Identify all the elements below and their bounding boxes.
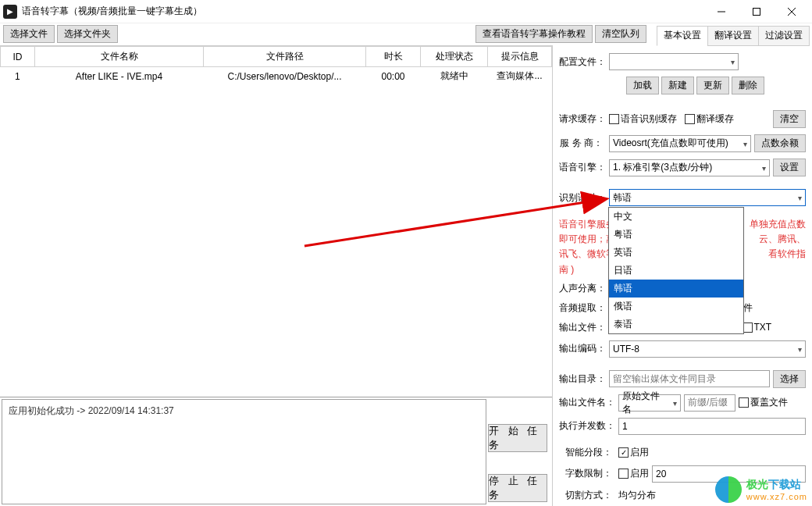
outdir-input[interactable]: 留空输出媒体文件同目录 <box>609 370 770 387</box>
col-hint[interactable]: 提示信息 <box>488 47 552 67</box>
lang-dropdown-list[interactable]: 中文 粤语 英语 日语 韩语 俄语 泰语 <box>608 207 744 334</box>
log-area: 应用初始化成功 -> 2022/09/14 14:31:37 开 始 任 务 停… <box>0 397 552 506</box>
watermark: 极光下载站 www.xz7.com <box>715 476 807 503</box>
start-task-button[interactable]: 开 始 任 务 <box>488 424 547 452</box>
outname-affix-input[interactable]: 前缀/后缀 <box>684 394 735 412</box>
tutorial-button[interactable]: 查看语音转字幕操作教程 <box>475 25 593 43</box>
config-load-button[interactable]: 加载 <box>626 77 659 94</box>
file-table-area: ID 文件名称 文件路径 时长 处理状态 提示信息 1 After LIKE -… <box>0 45 552 397</box>
chevron-down-icon: ▾ <box>762 163 766 172</box>
col-status[interactable]: 处理状态 <box>421 47 488 67</box>
col-id[interactable]: ID <box>1 47 35 67</box>
outdir-label: 输出目录： <box>559 372 606 386</box>
clear-queue-button[interactable]: 清空队列 <box>595 25 646 43</box>
concurrent-label: 执行并发数： <box>559 419 615 433</box>
titlebar: ▶ 语音转字幕（视频/音频批量一键字幕生成） <box>0 0 812 23</box>
enc-label: 输出编码： <box>559 342 606 355</box>
tab-translate[interactable]: 翻译设置 <box>707 26 759 46</box>
charlimit-enable-checkbox[interactable]: 启用 <box>618 467 649 480</box>
watermark-text: 极光下载站 <box>746 478 807 492</box>
cut-label: 切割方式： <box>559 489 615 502</box>
log-line: 应用初始化成功 -> 2022/09/14 14:31:37 <box>9 404 479 418</box>
right-panel: 配置文件： ▾ 加载 新建 更新 删除 请求缓存： 语音识别缓存 翻译缓存 清空… <box>553 45 812 506</box>
lang-option[interactable]: 粤语 <box>609 226 743 244</box>
provider-select[interactable]: Videosrt(充值点数即可使用)▾ <box>609 135 751 152</box>
chevron-down-icon: ▾ <box>673 398 677 407</box>
concurrent-input[interactable]: 1 <box>618 418 806 435</box>
out-txt-checkbox[interactable]: TXT <box>743 322 772 333</box>
lang-select[interactable]: 韩语▾ <box>609 189 806 206</box>
watermark-url: www.xz7.com <box>746 492 807 501</box>
cell-path: C:/Users/lenovo/Desktop/... <box>204 67 366 86</box>
col-duration[interactable]: 时长 <box>366 47 421 67</box>
lang-option[interactable]: 日语 <box>609 262 743 280</box>
lang-option[interactable]: 中文 <box>609 208 743 226</box>
outfile-label: 输出文件： <box>559 321 606 334</box>
voice-sep-label: 人声分离： <box>559 282 606 295</box>
select-file-button[interactable]: 选择文件 <box>3 25 55 43</box>
chevron-down-icon: ▾ <box>798 194 802 202</box>
engine-settings-button[interactable]: 设置 <box>773 159 806 176</box>
lang-option[interactable]: 泰语 <box>609 315 743 333</box>
svg-rect-1 <box>753 8 760 15</box>
cache-clear-button[interactable]: 清空 <box>773 110 806 128</box>
minimize-button[interactable] <box>703 1 739 23</box>
outname-select[interactable]: 原始文件名▾ <box>618 394 681 412</box>
watermark-logo-icon <box>715 476 742 503</box>
close-button[interactable] <box>774 1 809 23</box>
cache-translate-checkbox[interactable]: 翻译缓存 <box>685 112 734 126</box>
lang-option[interactable]: 俄语 <box>609 298 743 315</box>
outdir-browse-button[interactable]: 选择 <box>773 370 806 388</box>
cache-voice-checkbox[interactable]: 语音识别缓存 <box>609 112 677 126</box>
maximize-button[interactable] <box>739 1 774 23</box>
overwrite-checkbox[interactable]: 覆盖文件 <box>739 396 788 409</box>
provider-label: 服 务 商： <box>559 137 606 150</box>
charlimit-label: 字数限制： <box>559 467 615 480</box>
chevron-down-icon: ▾ <box>731 58 735 66</box>
smartseg-enable-checkbox[interactable]: ✓启用 <box>618 446 649 459</box>
select-folder-button[interactable]: 选择文件夹 <box>57 25 118 43</box>
table-row[interactable]: 1 After LIKE - IVE.mp4 C:/Users/lenovo/D… <box>1 67 552 86</box>
chevron-down-icon: ▾ <box>798 344 802 353</box>
provider-balance-button[interactable]: 点数余额 <box>754 134 806 152</box>
file-table: ID 文件名称 文件路径 时长 处理状态 提示信息 1 After LIKE -… <box>0 46 552 85</box>
enc-select[interactable]: UTF-8▾ <box>609 340 806 358</box>
cell-duration: 00:00 <box>366 67 421 86</box>
app-title: 语音转字幕（视频/音频批量一键字幕生成） <box>22 5 202 18</box>
audio-ext-label: 音频提取： <box>559 301 606 315</box>
outname-label: 输出文件名： <box>559 396 615 409</box>
cell-status: 就绪中 <box>421 67 488 86</box>
lang-label: 识别语种： <box>559 191 606 205</box>
tab-basic[interactable]: 基本设置 <box>657 26 708 46</box>
engine-label: 语音引擎： <box>559 161 606 174</box>
config-new-button[interactable]: 新建 <box>661 77 694 94</box>
engine-select[interactable]: 1. 标准引擎(3点数/分钟)▾ <box>609 159 770 176</box>
config-delete-button[interactable]: 删除 <box>732 77 764 94</box>
lang-option-selected[interactable]: 韩语 <box>609 280 743 298</box>
col-path[interactable]: 文件路径 <box>204 47 366 67</box>
cache-label: 请求缓存： <box>559 112 606 126</box>
chevron-down-icon: ▾ <box>743 139 747 148</box>
cell-name: After LIKE - IVE.mp4 <box>35 67 204 86</box>
cut-value: 均匀分布 <box>618 489 656 502</box>
cell-hint: 查询媒体... <box>488 67 552 86</box>
config-update-button[interactable]: 更新 <box>696 77 729 94</box>
log-textarea[interactable]: 应用初始化成功 -> 2022/09/14 14:31:37 <box>2 399 486 504</box>
config-select[interactable]: ▾ <box>609 53 739 70</box>
toolbar: 选择文件 选择文件夹 查看语音转字幕操作教程 清空队列 基本设置 翻译设置 过滤… <box>0 23 812 45</box>
smartseg-label: 智能分段： <box>559 446 615 459</box>
app-icon: ▶ <box>3 5 17 19</box>
col-name[interactable]: 文件名称 <box>35 47 204 67</box>
config-label: 配置文件： <box>559 55 606 69</box>
stop-task-button[interactable]: 停 止 任 务 <box>488 474 547 502</box>
tab-filter[interactable]: 过滤设置 <box>758 26 810 46</box>
cell-id: 1 <box>1 67 35 86</box>
left-panel: ID 文件名称 文件路径 时长 处理状态 提示信息 1 After LIKE -… <box>0 45 553 506</box>
lang-option[interactable]: 英语 <box>609 244 743 262</box>
